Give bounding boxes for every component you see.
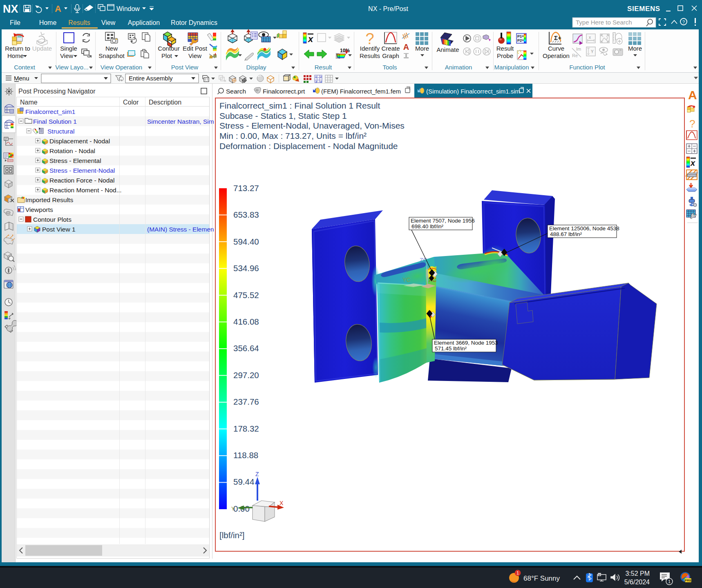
svg-text:2: 2 bbox=[320, 75, 322, 79]
svg-text:SIEMENS: SIEMENS bbox=[627, 5, 660, 13]
svg-text:?: ? bbox=[365, 30, 374, 47]
svg-text:Y: Y bbox=[591, 49, 594, 54]
svg-text:Finalcorrect.prt: Finalcorrect.prt bbox=[263, 88, 305, 95]
svg-text:Element 125006, Node 4538: Element 125006, Node 4538 bbox=[549, 225, 619, 232]
svg-text:Finalcorrect_sim1: Finalcorrect_sim1 bbox=[25, 108, 75, 115]
svg-text:Function Plot: Function Plot bbox=[569, 64, 605, 71]
svg-text:653.83: 653.83 bbox=[233, 210, 259, 219]
svg-text:Menu: Menu bbox=[14, 75, 29, 82]
svg-text:Name: Name bbox=[20, 99, 38, 106]
svg-text:5/6/2024: 5/6/2024 bbox=[624, 579, 650, 586]
svg-text:Display: Display bbox=[246, 64, 266, 71]
svg-text:68°F Sunny: 68°F Sunny bbox=[523, 575, 560, 582]
svg-text:Z: Z bbox=[255, 471, 259, 477]
svg-text:x: x bbox=[308, 34, 313, 44]
svg-text:Post Processing Navigator: Post Processing Navigator bbox=[18, 88, 96, 95]
svg-text:?: ? bbox=[689, 118, 695, 130]
svg-text:Reaction Force - Nodal: Reaction Force - Nodal bbox=[49, 177, 114, 184]
svg-text:Reaction Moment - Nod...: Reaction Moment - Nod... bbox=[49, 187, 122, 194]
svg-text:Color: Color bbox=[123, 99, 139, 106]
svg-text:Contour Plots: Contour Plots bbox=[33, 216, 72, 223]
svg-text:59.44: 59.44 bbox=[233, 477, 254, 486]
svg-text:?: ? bbox=[682, 20, 685, 24]
svg-text:(MAIN) Stress - Elemen: (MAIN) Stress - Elemen bbox=[147, 226, 214, 233]
svg-text:Stress - Element-Nodal, Unaver: Stress - Element-Nodal, Unaveraged, Von-… bbox=[219, 121, 405, 130]
svg-text:Probe: Probe bbox=[497, 52, 513, 59]
svg-text:Operation: Operation bbox=[543, 52, 570, 59]
svg-text:View: View bbox=[101, 19, 116, 26]
svg-text:Tools: Tools bbox=[382, 64, 397, 71]
svg-text:P2=: P2= bbox=[517, 38, 524, 42]
svg-text:A: A bbox=[688, 88, 697, 102]
svg-text:Application: Application bbox=[128, 19, 160, 26]
svg-text:Deformation : Displacement - N: Deformation : Displacement - Nodal Magni… bbox=[219, 141, 398, 151]
svg-text:534.96: 534.96 bbox=[233, 263, 259, 273]
svg-text:Home: Home bbox=[39, 19, 57, 26]
svg-text:Stress - Element-Nodal: Stress - Element-Nodal bbox=[49, 167, 115, 174]
svg-text:A: A bbox=[403, 42, 409, 51]
svg-text:More: More bbox=[415, 45, 429, 52]
svg-text:Snapshot: Snapshot bbox=[98, 52, 125, 59]
svg-text:NX - Pre/Post: NX - Pre/Post bbox=[368, 5, 408, 12]
svg-text:3:52 PM: 3:52 PM bbox=[625, 570, 650, 577]
svg-text:Context: Context bbox=[14, 64, 36, 71]
svg-text:Results: Results bbox=[360, 52, 380, 59]
svg-text:Curve: Curve bbox=[548, 45, 564, 52]
svg-text:237.76: 237.76 bbox=[233, 397, 259, 406]
svg-text:Animate: Animate bbox=[436, 46, 459, 53]
svg-text:Viewports: Viewports bbox=[25, 206, 53, 213]
svg-text:More: More bbox=[628, 45, 642, 52]
svg-text:178.32: 178.32 bbox=[233, 424, 259, 433]
svg-text:Rotor Dynamics: Rotor Dynamics bbox=[171, 19, 217, 26]
svg-text:Element 3669, Node 1953: Element 3669, Node 1953 bbox=[434, 340, 498, 346]
svg-text:Structural: Structural bbox=[47, 128, 74, 135]
svg-text:118.88: 118.88 bbox=[233, 450, 258, 460]
svg-text:Min : 0.00, Max : 713.27, Unit: Min : 0.00, Max : 713.27, Units = lbf/in… bbox=[219, 131, 367, 140]
svg-text:Y: Y bbox=[231, 506, 235, 512]
svg-text:Update: Update bbox=[32, 45, 52, 52]
svg-text:Im: Im bbox=[576, 47, 581, 51]
svg-text:Window: Window bbox=[116, 5, 140, 12]
svg-text:1: 1 bbox=[516, 570, 519, 575]
svg-text:488.67 lbf/in²: 488.67 lbf/in² bbox=[550, 231, 582, 237]
svg-text:713.27: 713.27 bbox=[233, 183, 259, 193]
svg-text:Element 7507, Node 1956: Element 7507, Node 1956 bbox=[411, 218, 475, 224]
svg-text:X: X bbox=[279, 500, 284, 506]
svg-text:A: A bbox=[55, 4, 61, 14]
svg-text:Home: Home bbox=[7, 52, 24, 59]
svg-text:10%: 10% bbox=[340, 48, 350, 53]
svg-text:Create: Create bbox=[381, 45, 400, 52]
svg-text:416.08: 416.08 bbox=[233, 317, 259, 326]
svg-text:View: View bbox=[60, 52, 73, 59]
svg-text:Search: Search bbox=[226, 88, 246, 95]
svg-text:Plot: Plot bbox=[161, 52, 172, 59]
svg-text:Return to: Return to bbox=[5, 45, 30, 52]
svg-text:Description: Description bbox=[149, 99, 181, 106]
svg-text:3: 3 bbox=[315, 80, 317, 84]
svg-text:Rotation - Nodal: Rotation - Nodal bbox=[49, 147, 95, 154]
svg-text:Post View: Post View bbox=[171, 64, 199, 71]
svg-text:View Operation: View Operation bbox=[101, 64, 142, 71]
svg-text:(Simulation) Finalcorrect_sim1: (Simulation) Finalcorrect_sim1.sim bbox=[426, 88, 520, 95]
svg-text:YC: YC bbox=[402, 276, 410, 283]
svg-text:File: File bbox=[10, 19, 20, 26]
svg-text:Entire Assembly: Entire Assembly bbox=[129, 75, 173, 82]
svg-text:Stress - Elemental: Stress - Elemental bbox=[49, 157, 101, 164]
svg-text:Displacement - Nodal: Displacement - Nodal bbox=[49, 138, 110, 145]
svg-text:Subcase - Statics 1, Static St: Subcase - Statics 1, Static Step 1 bbox=[219, 111, 347, 120]
svg-text:Edit Post: Edit Post bbox=[183, 45, 208, 52]
svg-text:698.40 lbf/in²: 698.40 lbf/in² bbox=[411, 223, 444, 229]
svg-text:Finalcorrect_sim1 : Final Solu: Finalcorrect_sim1 : Final Solution 1 Res… bbox=[219, 101, 380, 111]
svg-text:4: 4 bbox=[320, 80, 322, 84]
svg-text:PRE: PRE bbox=[685, 579, 692, 582]
svg-text:Animation: Animation bbox=[445, 64, 472, 71]
svg-text:Type Here to Search: Type Here to Search bbox=[576, 19, 632, 26]
svg-text:P1=: P1= bbox=[517, 34, 524, 38]
svg-text:Re: Re bbox=[572, 53, 578, 58]
svg-text:Final Solution 1: Final Solution 1 bbox=[33, 118, 77, 125]
svg-text:Σ+: Σ+ bbox=[554, 34, 561, 41]
svg-text:New: New bbox=[105, 45, 118, 52]
svg-text:571.45 lbf/in²: 571.45 lbf/in² bbox=[435, 345, 467, 352]
svg-text:1: 1 bbox=[668, 579, 671, 584]
svg-text:Imported Results: Imported Results bbox=[25, 196, 73, 203]
